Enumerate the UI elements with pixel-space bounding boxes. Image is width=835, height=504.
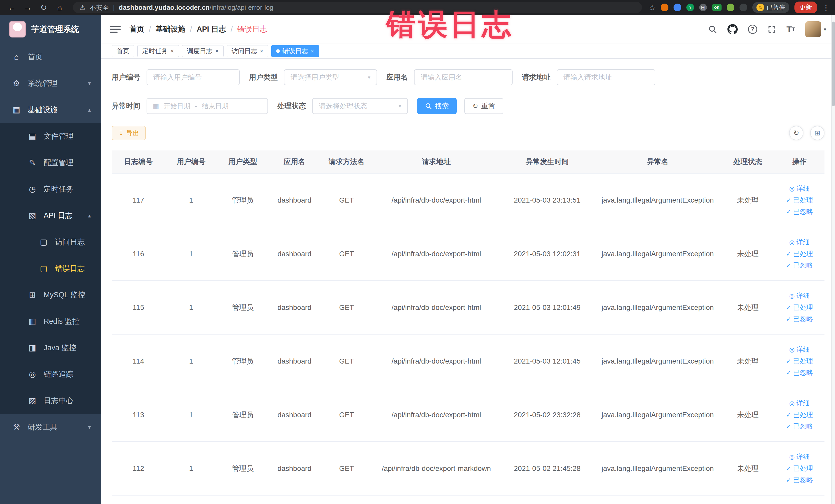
profile-chip-paused[interactable]: ☺ 已暂停 bbox=[752, 2, 789, 13]
mark-processed-link[interactable]: ✓已处理 bbox=[786, 357, 813, 366]
download-icon: ↧ bbox=[118, 129, 124, 137]
user-type-select[interactable]: 请选择用户类型 ▾ bbox=[284, 69, 377, 85]
tab-error-log[interactable]: 错误日志 × bbox=[271, 45, 319, 57]
tab-scheduled-tasks[interactable]: 定时任务 × bbox=[137, 45, 179, 57]
omnibox-separator: | bbox=[113, 4, 115, 11]
refresh-table-button[interactable]: ↻ bbox=[789, 126, 803, 140]
github-icon[interactable] bbox=[728, 24, 738, 35]
user-id-input[interactable] bbox=[147, 69, 240, 85]
forward-icon[interactable]: → bbox=[21, 3, 34, 12]
detail-link[interactable]: ◎详细 bbox=[789, 345, 810, 354]
app-logo[interactable]: 芋道管理系统 bbox=[0, 15, 101, 44]
tab-schedule-log[interactable]: 调度日志 × bbox=[182, 45, 224, 57]
column-settings-button[interactable]: ⊞ bbox=[810, 126, 824, 140]
mark-ignored-link[interactable]: ✓已忽略 bbox=[786, 368, 813, 377]
sidebar-item-system-management[interactable]: ⚙ 系统管理 ▾ bbox=[0, 70, 101, 97]
mark-processed-link[interactable]: ✓已处理 bbox=[786, 464, 813, 473]
mark-processed-link[interactable]: ✓已处理 bbox=[786, 249, 813, 258]
help-icon[interactable]: ? bbox=[748, 25, 757, 34]
address-bar[interactable]: ⚠ 不安全 | dashboard.yudao.iocoder.cn/infra… bbox=[73, 2, 642, 13]
mark-processed-link[interactable]: ✓已处理 bbox=[786, 196, 813, 205]
extension-icon-3[interactable]: Y bbox=[686, 4, 694, 11]
search-button[interactable]: 搜索 bbox=[417, 98, 457, 114]
active-dot-icon bbox=[276, 49, 280, 53]
mark-ignored-link[interactable]: ✓已忽略 bbox=[786, 207, 813, 216]
tab-access-log[interactable]: 访问日志 × bbox=[227, 45, 268, 57]
mark-ignored-link[interactable]: ✓已忽略 bbox=[786, 422, 813, 431]
sidebar-item-file-management[interactable]: ▤ 文件管理 bbox=[0, 123, 101, 149]
sidebar-item-config-management[interactable]: ✎ 配置管理 bbox=[0, 149, 101, 176]
request-url-input[interactable] bbox=[557, 69, 655, 85]
extensions-puzzle-icon[interactable]: ⊞ bbox=[699, 4, 707, 11]
cell-exception-name: java.lang.IllegalArgumentException bbox=[594, 464, 721, 473]
sidebar-item-java-monitor[interactable]: ◨ Java 监控 bbox=[0, 335, 101, 361]
sidebar-item-label: 错误日志 bbox=[55, 263, 85, 274]
extension-on-badge[interactable]: on bbox=[712, 4, 721, 11]
cell-app-name: dashboard bbox=[268, 464, 321, 473]
app-name-input[interactable] bbox=[414, 69, 513, 85]
sidebar-item-dev-tools[interactable]: ⚒ 研发工具 ▾ bbox=[0, 414, 101, 440]
breadcrumb-api-log[interactable]: API 日志 bbox=[197, 24, 226, 35]
sidebar-item-scheduled-tasks[interactable]: ◷ 定时任务 bbox=[0, 176, 101, 202]
font-size-icon[interactable]: TT bbox=[787, 24, 795, 35]
sidebar-item-mysql-monitor[interactable]: ⊞ MySQL 监控 bbox=[0, 282, 101, 308]
table-header: 日志编号用户编号用户类型应用名请求方法名请求地址异常发生时间异常名处理状态操作 bbox=[111, 150, 824, 174]
detail-link[interactable]: ◎详细 bbox=[789, 238, 810, 247]
chevron-icon: ▾ bbox=[88, 424, 91, 430]
date-range-picker[interactable]: ▦ 开始日期 - 结束日期 bbox=[147, 98, 268, 114]
back-icon[interactable]: ← bbox=[5, 3, 19, 12]
reset-button[interactable]: ↻ 重置 bbox=[464, 98, 503, 114]
user-menu[interactable]: ▾ bbox=[805, 21, 826, 37]
mark-ignored-link[interactable]: ✓已忽略 bbox=[786, 261, 813, 270]
sidebar-item-home[interactable]: ⌂ 首页 bbox=[0, 44, 101, 70]
sidebar-item-infrastructure[interactable]: ▦ 基础设施 ▴ bbox=[0, 97, 101, 123]
mark-ignored-link[interactable]: ✓已忽略 bbox=[786, 315, 813, 323]
cell-method: GET bbox=[321, 411, 373, 419]
sidebar-item-access-log[interactable]: ▢ 访问日志 bbox=[0, 229, 101, 255]
process-status-select[interactable]: 请选择处理状态 ▾ bbox=[312, 98, 408, 114]
hamburger-icon[interactable] bbox=[110, 24, 121, 35]
close-icon[interactable]: × bbox=[311, 47, 314, 55]
app-title: 芋道管理系统 bbox=[31, 24, 79, 35]
extension-icon-4[interactable] bbox=[727, 4, 734, 11]
sidebar-item-trace[interactable]: ◎ 链路追踪 bbox=[0, 361, 101, 387]
close-icon[interactable]: × bbox=[260, 47, 263, 55]
cell-actions: ◎详细 ✓已处理 ✓已忽略 bbox=[775, 345, 824, 377]
close-icon[interactable]: × bbox=[215, 47, 219, 55]
search-button-label: 搜索 bbox=[435, 101, 449, 110]
detail-link[interactable]: ◎详细 bbox=[789, 291, 810, 300]
scrollbar-thumb[interactable] bbox=[832, 22, 835, 106]
extension-icon-2[interactable] bbox=[674, 4, 681, 11]
close-icon[interactable]: × bbox=[170, 47, 174, 55]
search-icon[interactable] bbox=[708, 25, 717, 34]
tab-home[interactable]: 首页 bbox=[111, 45, 134, 57]
sidebar-item-label: 链路追踪 bbox=[44, 369, 74, 380]
sidebar-item-api-log[interactable]: ▧ API 日志 ▴ bbox=[0, 202, 101, 229]
sidebar-item-log-center[interactable]: ▨ 日志中心 bbox=[0, 387, 101, 414]
browser-home-icon[interactable]: ⌂ bbox=[53, 3, 66, 12]
reload-icon[interactable]: ↻ bbox=[37, 3, 50, 12]
mark-ignored-link[interactable]: ✓已忽略 bbox=[786, 476, 813, 484]
fullscreen-icon[interactable] bbox=[768, 25, 776, 34]
breadcrumb-home[interactable]: 首页 bbox=[129, 24, 144, 35]
page-scrollbar[interactable] bbox=[831, 15, 835, 504]
check-icon: ✓ bbox=[786, 423, 791, 430]
extension-icon-5[interactable] bbox=[739, 4, 747, 11]
cell-log-id: 115 bbox=[111, 303, 165, 312]
browser-menu-icon[interactable]: ⋮ bbox=[822, 3, 830, 12]
mark-processed-link[interactable]: ✓已处理 bbox=[786, 410, 813, 419]
sidebar-item-redis-monitor[interactable]: ▥ Redis 监控 bbox=[0, 308, 101, 335]
bookmark-star-icon[interactable]: ☆ bbox=[649, 3, 656, 12]
sidebar-item-label: Java 监控 bbox=[44, 343, 76, 353]
detail-link[interactable]: ◎详细 bbox=[789, 452, 810, 461]
export-button[interactable]: ↧ 导出 bbox=[111, 126, 146, 140]
detail-link[interactable]: ◎详细 bbox=[789, 184, 810, 193]
mark-processed-link[interactable]: ✓已处理 bbox=[786, 303, 813, 312]
breadcrumb-infrastructure[interactable]: 基础设施 bbox=[156, 24, 185, 35]
browser-update-button[interactable]: 更新 bbox=[794, 2, 817, 13]
extension-icon-1[interactable] bbox=[661, 4, 668, 11]
column-header-6: 异常发生时间 bbox=[500, 157, 594, 167]
sidebar-item-error-log[interactable]: ▢ 错误日志 bbox=[0, 255, 101, 282]
detail-link[interactable]: ◎详细 bbox=[789, 399, 810, 408]
sidebar-item-label: 定时任务 bbox=[44, 184, 74, 194]
